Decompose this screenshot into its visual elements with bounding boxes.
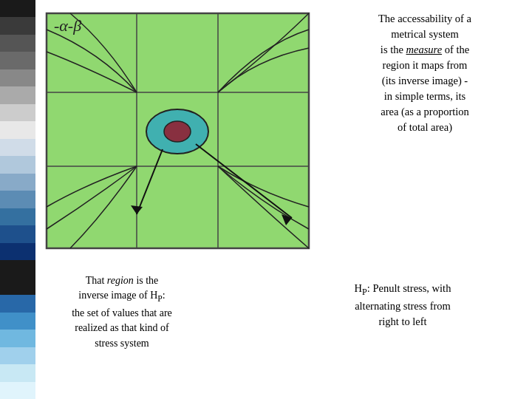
swatch-15 bbox=[0, 243, 35, 260]
swatch-10 bbox=[0, 156, 35, 173]
hp-subscript-right: P bbox=[362, 287, 367, 297]
swatch-12 bbox=[0, 191, 35, 208]
swatch-1 bbox=[0, 0, 35, 17]
diagram-area: -α-β bbox=[41, 7, 314, 259]
swatch-23 bbox=[0, 382, 35, 399]
accessibility-text: The accessability of a metrical system i… bbox=[378, 13, 471, 133]
swatch-18 bbox=[0, 295, 35, 312]
swatch-11 bbox=[0, 174, 35, 191]
swatch-7 bbox=[0, 104, 35, 121]
swatch-16 bbox=[0, 260, 35, 277]
swatch-14 bbox=[0, 225, 35, 242]
hp-subscript-left: P bbox=[157, 294, 162, 304]
swatch-21 bbox=[0, 347, 35, 364]
swatch-13 bbox=[0, 208, 35, 225]
swatch-22 bbox=[0, 364, 35, 381]
swatch-17 bbox=[0, 278, 35, 295]
measure-word: measure bbox=[406, 44, 443, 55]
swatch-8 bbox=[0, 121, 35, 138]
swatch-2 bbox=[0, 17, 35, 34]
bottom-right-text: HP: Penult stress, with alternating stre… bbox=[310, 281, 495, 330]
color-strip bbox=[0, 0, 35, 399]
swatch-9 bbox=[0, 139, 35, 156]
top-right-text: The accessability of a metrical system i… bbox=[325, 11, 525, 135]
diagram-svg: -α-β bbox=[41, 7, 314, 259]
swatch-4 bbox=[0, 52, 35, 69]
swatch-6 bbox=[0, 86, 35, 103]
svg-point-6 bbox=[164, 121, 191, 142]
swatch-5 bbox=[0, 69, 35, 86]
bottom-left-text: That region is the inverse image of HP: … bbox=[41, 273, 203, 351]
swatch-3 bbox=[0, 35, 35, 52]
swatch-19 bbox=[0, 313, 35, 330]
swatch-20 bbox=[0, 330, 35, 347]
svg-text:-α-β: -α-β bbox=[54, 16, 81, 35]
region-word: region bbox=[107, 275, 134, 286]
